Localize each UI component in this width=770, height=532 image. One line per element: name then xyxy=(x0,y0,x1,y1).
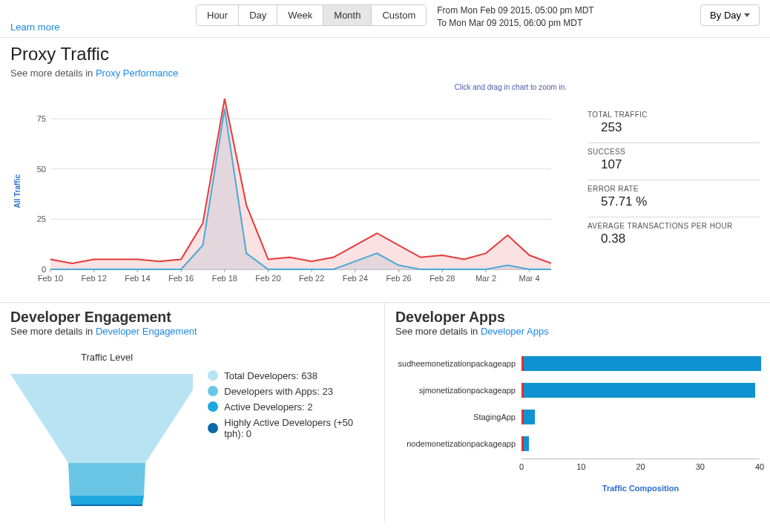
stat-value: 107 xyxy=(588,157,760,172)
proxy-traffic-subtitle: See more details in Proxy Performance xyxy=(10,68,760,79)
proxy-performance-link[interactable]: Proxy Performance xyxy=(96,68,178,79)
bar-label: sjmonetizationpackageapp xyxy=(395,386,521,395)
stat-value: 253 xyxy=(588,120,760,135)
axis-tick: 10 xyxy=(576,462,585,471)
svg-text:Feb 26: Feb 26 xyxy=(386,274,411,283)
stat-label: ERROR RATE xyxy=(588,185,760,193)
bar-row: sudheemonetizationpackageapp xyxy=(395,352,760,375)
zoom-hint: Click and drag in chart to zoom in. xyxy=(10,83,760,91)
y-axis-label: All Traffic xyxy=(10,174,24,208)
stat-label: AVERAGE TRANSACTIONS PER HOUR xyxy=(588,222,760,230)
bar-label: nodemonetizationpackageapp xyxy=(395,439,521,448)
svg-text:Feb 20: Feb 20 xyxy=(255,274,280,283)
range-hour-button[interactable]: Hour xyxy=(197,5,239,25)
svg-text:Feb 14: Feb 14 xyxy=(125,274,150,283)
funnel-chart[interactable] xyxy=(10,370,193,511)
bar-row: StagingApp xyxy=(395,405,760,429)
bar-error-segment xyxy=(521,356,524,371)
legend-swatch xyxy=(208,401,218,412)
svg-text:75: 75 xyxy=(37,114,46,123)
legend-swatch xyxy=(208,423,218,433)
svg-text:Feb 22: Feb 22 xyxy=(299,274,324,283)
stat-label: TOTAL TRAFFIC xyxy=(588,111,760,119)
dev-engagement-title: Developer Engagement xyxy=(10,309,374,326)
chevron-down-icon xyxy=(744,13,750,17)
range-month-button[interactable]: Month xyxy=(323,5,372,25)
dev-apps-link[interactable]: Developer Apps xyxy=(481,326,549,337)
stat-value: 0.38 xyxy=(588,231,760,246)
svg-text:Feb 24: Feb 24 xyxy=(343,274,368,283)
svg-text:Feb 12: Feb 12 xyxy=(82,274,107,283)
date-range-display: From Mon Feb 09 2015, 05:00 pm MDT To Mo… xyxy=(437,4,593,30)
learn-more-link[interactable]: Learn more xyxy=(10,22,59,33)
dev-apps-title: Developer Apps xyxy=(395,309,760,326)
range-week-button[interactable]: Week xyxy=(277,5,323,25)
legend-label: Highly Active Developers (+50 tph): 0 xyxy=(224,417,374,439)
bar-row: nodemonetizationpackageapp xyxy=(395,432,760,456)
legend-label: Active Developers: 2 xyxy=(224,401,312,413)
bar-fill xyxy=(523,436,529,451)
axis-tick: 0 xyxy=(519,462,524,471)
legend-swatch xyxy=(208,386,218,396)
svg-marker-34 xyxy=(68,463,145,496)
bar-axis-title: Traffic Composition xyxy=(521,484,760,493)
bar-error-segment xyxy=(521,410,524,424)
legend-label: Developers with Apps: 23 xyxy=(224,386,333,397)
bar-row: sjmonetizationpackageapp xyxy=(395,378,760,402)
svg-text:Mar 4: Mar 4 xyxy=(519,274,540,283)
axis-tick: 30 xyxy=(696,462,705,471)
legend-label: Total Developers: 638 xyxy=(224,370,317,381)
bar-label: sudheemonetizationpackageapp xyxy=(395,359,521,368)
legend-item: Highly Active Developers (+50 tph): 0 xyxy=(208,417,374,439)
proxy-traffic-title: Proxy Traffic xyxy=(10,44,760,65)
range-button-group: HourDayWeekMonthCustom xyxy=(196,4,427,26)
svg-marker-36 xyxy=(71,505,142,506)
legend-item: Active Developers: 2 xyxy=(208,401,374,413)
granularity-dropdown[interactable]: By Day xyxy=(700,4,760,26)
stats-panel: TOTAL TRAFFIC 253 SUCCESS 107 ERROR RATE… xyxy=(574,91,760,292)
bar-error-segment xyxy=(521,436,524,451)
bar-error-segment xyxy=(521,383,524,398)
proxy-traffic-chart[interactable]: 0255075Feb 10Feb 12Feb 14Feb 16Feb 18Feb… xyxy=(24,91,574,292)
svg-text:Mar 2: Mar 2 xyxy=(476,274,496,283)
bar-fill xyxy=(523,383,755,398)
svg-text:Feb 18: Feb 18 xyxy=(212,274,237,283)
legend-swatch xyxy=(208,370,218,381)
svg-text:Feb 28: Feb 28 xyxy=(430,274,455,283)
svg-marker-35 xyxy=(70,496,144,505)
svg-text:25: 25 xyxy=(37,214,46,223)
legend-item: Total Developers: 638 xyxy=(208,370,374,381)
axis-tick: 40 xyxy=(755,462,764,471)
dev-engagement-link[interactable]: Developer Engagement xyxy=(96,326,197,337)
stat-value: 57.71 % xyxy=(588,194,760,209)
stat-label: SUCCESS xyxy=(588,148,760,156)
bar-label: StagingApp xyxy=(395,413,521,421)
svg-text:0: 0 xyxy=(42,265,46,274)
range-custom-button[interactable]: Custom xyxy=(372,5,426,25)
legend-item: Developers with Apps: 23 xyxy=(208,386,374,397)
svg-marker-33 xyxy=(10,374,193,463)
svg-text:50: 50 xyxy=(37,164,46,173)
funnel-legend: Total Developers: 638Developers with App… xyxy=(208,370,374,444)
funnel-title: Traffic Level xyxy=(10,352,203,363)
svg-text:Feb 16: Feb 16 xyxy=(168,274,194,283)
svg-text:Feb 10: Feb 10 xyxy=(38,274,63,283)
axis-tick: 20 xyxy=(636,462,645,471)
dev-apps-chart[interactable]: sudheemonetizationpackageappsjmonetizati… xyxy=(395,352,760,456)
bar-fill xyxy=(523,410,535,424)
range-day-button[interactable]: Day xyxy=(239,5,277,25)
bar-fill xyxy=(523,356,761,371)
